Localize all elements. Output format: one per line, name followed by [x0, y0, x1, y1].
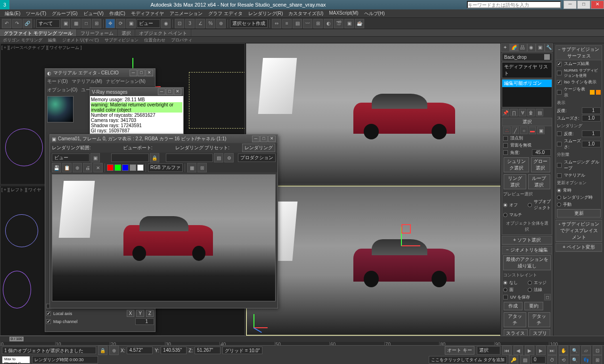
scale-icon[interactable]: ▣ [126, 19, 136, 28]
snap-icon[interactable]: 3 [185, 19, 195, 28]
walk-icon[interactable]: 👣 [581, 355, 591, 364]
update-button[interactable]: 更新 [557, 209, 601, 218]
time-slider-handle[interactable]: 0 / 100 [9, 337, 24, 341]
minimize-button[interactable]: ─ [563, 0, 577, 9]
material-checkbox[interactable] [557, 173, 562, 178]
collapse-button[interactable]: 要約 [524, 302, 543, 310]
pan-icon[interactable]: ✋ [559, 346, 568, 355]
region-icon[interactable]: ▣ [90, 153, 100, 162]
mat-menu-nav[interactable]: ナビゲーション(N) [106, 78, 146, 85]
render-button[interactable]: レンダリング [242, 144, 275, 152]
smooth-spinner[interactable]: 1.0 [582, 115, 601, 121]
rect-select-icon[interactable]: □ [82, 19, 91, 28]
orbit-icon[interactable]: ⟲ [559, 355, 568, 364]
section-select[interactable]: 選択 [502, 118, 552, 126]
viewport-dropdown[interactable] [111, 154, 149, 162]
absolute-mode-icon[interactable]: ⊕ [109, 346, 119, 355]
clone-icon[interactable]: ⊕ [73, 163, 82, 172]
cage-color1[interactable] [590, 90, 595, 95]
autokey-button[interactable]: オート キー [445, 346, 474, 355]
smoothgrp-checkbox[interactable] [557, 163, 562, 168]
menu-maxscript[interactable]: MAXScript(M) [326, 9, 361, 17]
undo-icon[interactable]: ↶ [2, 19, 11, 28]
border-mode-icon[interactable]: ○ [520, 127, 528, 134]
modifier-list-dropdown[interactable]: モディファイヤ リスト [502, 62, 552, 78]
loop-button[interactable]: ループ選択 [528, 174, 551, 189]
close-button[interactable]: ✕ [146, 70, 153, 76]
maximize-button[interactable]: □ [577, 0, 590, 9]
schematic-icon[interactable]: ⊞ [313, 19, 323, 28]
sliceplane-button[interactable]: スライス平面 [504, 329, 528, 336]
close-button[interactable]: ✕ [591, 0, 604, 9]
tab-utility-icon[interactable]: 🔧 [545, 43, 554, 52]
close-button[interactable]: ✕ [268, 136, 276, 142]
nurms-checkbox[interactable] [557, 71, 562, 75]
help-search-input[interactable] [467, 1, 561, 8]
config-icon[interactable]: ▤ [536, 109, 543, 116]
z-coord-field[interactable]: 51.267" [195, 347, 220, 354]
tab-create-icon[interactable]: ✦ [501, 43, 510, 52]
edge-mode-icon[interactable]: ╱ [512, 127, 519, 134]
play-icon[interactable]: ▶ [525, 346, 534, 355]
rsmooth-spinner[interactable]: 1.0 [582, 141, 601, 147]
overlay-icon[interactable]: ▦ [187, 163, 196, 172]
vertex-mode-icon[interactable]: ∴ [503, 127, 511, 134]
viewport-active-realistic[interactable]: リスティック ] [246, 186, 529, 336]
blue-channel-button[interactable] [122, 164, 129, 171]
constr-none-radio[interactable] [503, 281, 507, 285]
constr-face-radio[interactable] [503, 288, 507, 292]
layers-icon[interactable]: ▤ [293, 19, 302, 28]
toggle-ui-icon[interactable]: ⊞ [197, 163, 207, 172]
pin-stack-icon[interactable]: 📌 [502, 109, 509, 116]
material-editor-icon[interactable]: ◐ [324, 19, 333, 28]
section-softsel[interactable]: + ソフト選択 [502, 236, 552, 244]
subtab-subdiv[interactable]: サブディビジョン [102, 37, 141, 43]
goto-end-icon[interactable]: ⏭ [547, 346, 557, 355]
red-channel-button[interactable] [107, 164, 114, 171]
axis-y-button[interactable]: Y [136, 310, 144, 317]
menu-modifier[interactable]: モディファイヤ [128, 9, 167, 17]
keymode-dropdown[interactable]: 選択 [477, 346, 500, 355]
section-editgeom[interactable]: − ジオメトリを編集 [502, 246, 552, 254]
object-name-field[interactable]: Back_drop [502, 53, 552, 61]
render-iter-checkbox[interactable] [557, 131, 562, 136]
time-tag-prompt[interactable]: ここをクリックしてタイム タグを追加 [429, 356, 507, 364]
preserve-uv-settings-icon[interactable]: □ [544, 294, 551, 300]
link-icon[interactable]: 🔗 [23, 19, 32, 28]
riter-spinner[interactable]: 1 [582, 130, 601, 137]
section-subdiv-disp[interactable]: + サブディビジョンでディスプレイスメント [556, 220, 602, 242]
area-dropdown[interactable]: ビュー [52, 154, 90, 162]
mat-menu-material[interactable]: マテリアル(M) [72, 78, 102, 85]
time-config-icon[interactable]: ⏱ [547, 355, 557, 364]
tab-selection[interactable]: 選択 [118, 29, 135, 36]
render-setup-icon[interactable]: ⚙ [224, 153, 234, 162]
iter-spinner[interactable]: 1 [582, 107, 601, 114]
transform-gizmo[interactable] [401, 231, 430, 259]
move-icon[interactable]: ✥ [106, 19, 115, 28]
by-vertex-checkbox[interactable] [503, 136, 508, 141]
ring-button[interactable]: リング選択 [504, 174, 526, 189]
section-paint[interactable]: + ペイント変形 [556, 243, 602, 251]
render-frame-icon[interactable]: ▣ [344, 19, 354, 28]
smooth-result-checkbox[interactable]: ✓ [557, 62, 562, 66]
lock-icon[interactable]: 🔒 [150, 153, 159, 162]
y-coord-field[interactable]: 140.535" [161, 347, 187, 354]
clear-icon[interactable]: ✕ [93, 163, 103, 172]
pivot-icon[interactable]: ◉ [161, 19, 171, 28]
poly-mode-icon[interactable]: ▬ [529, 127, 536, 134]
modifier-item[interactable]: 編集可能ポリゴン [502, 80, 552, 87]
viewcube-icon[interactable] [252, 311, 270, 330]
menu-animation[interactable]: アニメーション [167, 9, 205, 17]
update-render-radio[interactable] [557, 195, 561, 200]
detach-button[interactable]: デタッチ [528, 312, 551, 327]
remove-mod-icon[interactable]: 🗑 [527, 109, 535, 116]
create-button[interactable]: 作成 [504, 302, 522, 310]
time-slider[interactable]: 0 / 100 [0, 336, 604, 342]
tab-objectpaint[interactable]: オブジェクト ペイント [135, 29, 192, 36]
zoom-icon[interactable]: 🔍 [570, 346, 580, 355]
prev-frame-icon[interactable]: ◀ [514, 346, 523, 355]
tab-modify-icon[interactable]: 🌈 [510, 43, 519, 52]
by-angle-checkbox[interactable] [503, 150, 508, 155]
keyfilters-icon[interactable]: ▤ [520, 355, 530, 364]
tab-hierarchy-icon[interactable]: 品 [518, 43, 527, 52]
